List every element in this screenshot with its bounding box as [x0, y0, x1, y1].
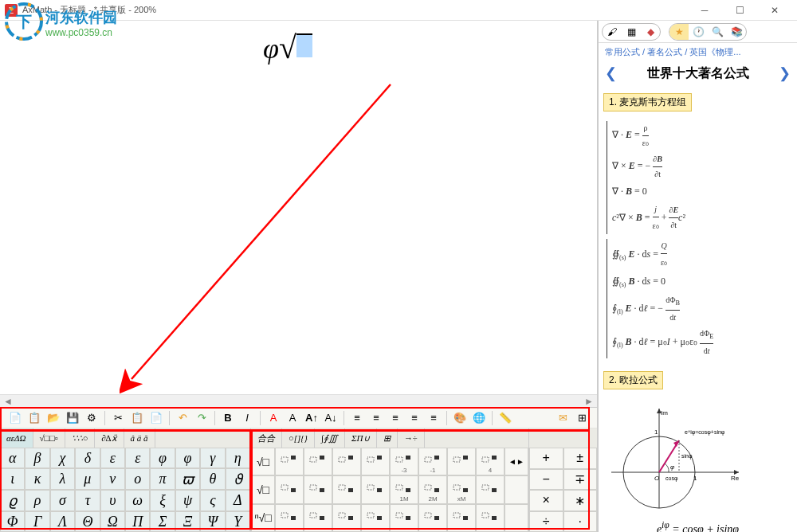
- structure-template[interactable]: 2M: [418, 475, 447, 503]
- greek-letter[interactable]: σ: [50, 490, 75, 511]
- operator-button[interactable]: +: [529, 448, 563, 469]
- operator-button[interactable]: ×: [529, 490, 563, 511]
- layers-icon[interactable]: 📚: [727, 24, 746, 40]
- structure-template[interactable]: [476, 504, 505, 532]
- greek-letter[interactable]: ϖ: [175, 468, 200, 490]
- symbol-tab[interactable]: â ä ã: [124, 428, 155, 448]
- structure-template[interactable]: [332, 448, 361, 475]
- greek-letter[interactable]: β: [25, 448, 49, 468]
- save-button[interactable]: 💾: [64, 409, 81, 427]
- font-color-button[interactable]: A: [265, 409, 282, 427]
- editor-canvas[interactable]: φ√: [0, 21, 597, 394]
- structure-template[interactable]: [361, 448, 390, 475]
- greek-letter[interactable]: μ: [75, 468, 100, 490]
- greek-letter[interactable]: Υ: [226, 511, 250, 532]
- structure-template[interactable]: [418, 504, 447, 532]
- greek-letter[interactable]: ϑ: [226, 468, 250, 490]
- structure-template[interactable]: [275, 475, 304, 503]
- structure-template[interactable]: -1: [418, 448, 447, 475]
- structure-tab[interactable]: 合合: [251, 428, 282, 448]
- nav-button[interactable]: ◄►: [505, 448, 528, 475]
- maxwell-equations[interactable]: ∇ · E = ρε₀ ∇ × E = − ∂B∂t ∇ · B = 0 c²∇…: [603, 115, 792, 366]
- close-button[interactable]: ✕: [757, 1, 792, 20]
- greek-letter[interactable]: υ: [100, 490, 125, 511]
- new-button[interactable]: 📄: [6, 409, 24, 427]
- structure-template[interactable]: -3: [390, 448, 418, 475]
- greek-letter[interactable]: Σ: [150, 511, 175, 532]
- align-mid-button[interactable]: ≡: [425, 409, 442, 427]
- grid-icon[interactable]: ▦: [622, 24, 641, 40]
- structure-template[interactable]: [390, 504, 418, 532]
- greek-letter[interactable]: γ: [200, 448, 225, 468]
- structure-template[interactable]: [304, 448, 332, 475]
- structure-template[interactable]: [447, 448, 476, 475]
- greek-letter[interactable]: ν: [100, 468, 125, 490]
- clock-icon[interactable]: 🕐: [689, 24, 708, 40]
- align-left-button[interactable]: ≡: [348, 409, 366, 427]
- greek-letter[interactable]: Ω: [100, 511, 125, 532]
- greek-letter[interactable]: ς: [200, 490, 225, 511]
- paste-button[interactable]: 📄: [147, 409, 165, 427]
- operator-button[interactable]: ÷: [529, 511, 563, 533]
- align-center-button[interactable]: ≡: [367, 409, 385, 427]
- greek-letter[interactable]: α: [0, 448, 25, 468]
- bc-item[interactable]: 常用公式: [605, 47, 640, 57]
- symbol-tab[interactable]: αεΔΩ: [0, 428, 33, 448]
- euler-equation-1[interactable]: eiφ = cosφ + isinφ: [603, 520, 792, 532]
- search-icon[interactable]: 🔍: [708, 24, 727, 40]
- operator-button[interactable]: −: [529, 469, 563, 491]
- greek-letter[interactable]: λ: [50, 468, 75, 490]
- bc-item[interactable]: 英国《物理...: [689, 47, 740, 57]
- structure-template[interactable]: [304, 475, 332, 503]
- sidebar-content[interactable]: 1. 麦克斯韦方程组 ∇ · E = ρε₀ ∇ × E = − ∂B∂t ∇ …: [599, 85, 797, 532]
- greek-letter[interactable]: κ: [25, 468, 49, 490]
- structure-tab[interactable]: ∫∮∭: [315, 428, 345, 448]
- greek-letter[interactable]: φ: [150, 448, 175, 468]
- greek-letter[interactable]: Δ: [226, 490, 250, 511]
- root-template[interactable]: √□: [251, 475, 275, 503]
- lang-button[interactable]: 🌐: [470, 409, 488, 427]
- structure-template[interactable]: [275, 448, 304, 475]
- structure-template[interactable]: [275, 504, 304, 532]
- symbol-tab[interactable]: ∵∴○: [65, 428, 96, 448]
- prev-button[interactable]: ❮: [605, 65, 617, 82]
- greek-letter[interactable]: ρ: [25, 490, 49, 511]
- section-header[interactable]: 2. 欧拉公式: [603, 371, 663, 389]
- greek-letter[interactable]: η: [226, 448, 250, 468]
- minimize-button[interactable]: ─: [687, 1, 722, 20]
- operator-button[interactable]: ±: [563, 448, 598, 469]
- structure-template[interactable]: [476, 475, 505, 503]
- structure-tab[interactable]: ΣΠ∪: [345, 428, 376, 448]
- greek-letter[interactable]: θ: [200, 468, 225, 490]
- greek-letter[interactable]: ο: [125, 468, 150, 490]
- mail-button[interactable]: ✉: [554, 409, 571, 427]
- greek-letter[interactable]: Λ: [50, 511, 75, 532]
- greek-letter[interactable]: π: [150, 468, 175, 490]
- greek-letter[interactable]: δ: [75, 448, 100, 468]
- cut-button[interactable]: ✂: [109, 409, 127, 427]
- palette-button[interactable]: 🎨: [451, 409, 469, 427]
- greek-letter[interactable]: ε: [125, 448, 150, 468]
- structure-template[interactable]: [361, 504, 390, 532]
- horizontal-scrollbar[interactable]: ◄►: [0, 394, 597, 407]
- structure-template[interactable]: [332, 475, 361, 503]
- greek-letter[interactable]: ε: [100, 448, 125, 468]
- greek-letter[interactable]: Ξ: [175, 511, 200, 532]
- undo-button[interactable]: ↶: [174, 409, 191, 427]
- greek-letter[interactable]: Γ: [25, 511, 49, 532]
- redo-button[interactable]: ↷: [193, 409, 210, 427]
- brush-icon[interactable]: 🖌: [603, 24, 622, 40]
- align-right-button[interactable]: ≡: [387, 409, 404, 427]
- structure-template[interactable]: [332, 504, 361, 532]
- nav-button[interactable]: [505, 475, 528, 503]
- align-top-button[interactable]: ≡: [406, 409, 423, 427]
- structure-template[interactable]: [304, 504, 332, 532]
- greek-letter[interactable]: ι: [0, 468, 25, 490]
- template-button[interactable]: 📋: [26, 409, 43, 427]
- expand-button[interactable]: ⊞: [573, 409, 591, 427]
- root-template[interactable]: ⁿ√□: [251, 504, 275, 532]
- structure-template[interactable]: 1M: [390, 475, 418, 503]
- structure-template[interactable]: [361, 475, 390, 503]
- operator-button[interactable]: ∓: [563, 469, 598, 491]
- size-down-button[interactable]: A↓: [322, 409, 340, 427]
